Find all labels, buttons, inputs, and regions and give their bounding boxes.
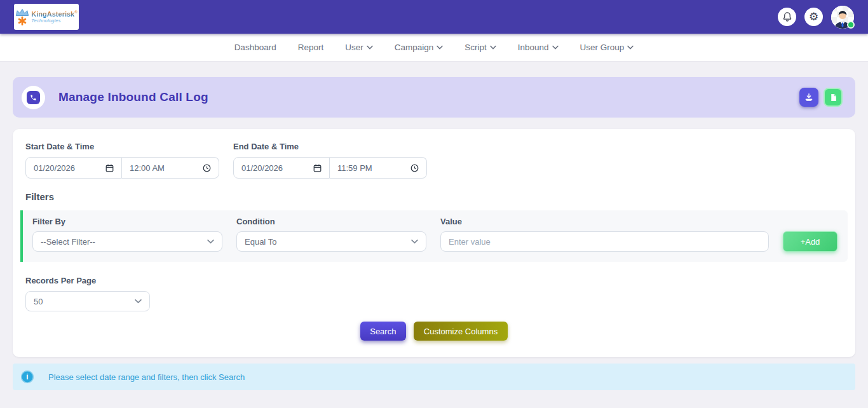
user-avatar[interactable] — [831, 6, 854, 29]
records-per-page-group: Records Per Page 50 — [25, 276, 843, 311]
condition-select[interactable]: Equal To — [236, 231, 426, 252]
crown-icon — [15, 8, 29, 17]
nav-item-user-group[interactable]: User Group — [580, 43, 634, 52]
page-title: Manage Inbound Call Log — [58, 90, 208, 104]
file-icon — [829, 93, 837, 102]
brand-name: KingAsterisk® — [31, 10, 77, 18]
page-icon-circle — [22, 86, 45, 109]
condition-label: Condition — [236, 217, 426, 226]
chevron-down-icon — [490, 45, 496, 50]
calendar-icon[interactable] — [313, 164, 322, 172]
top-header: KingAsterisk® Technologies ⚙ — [0, 0, 868, 34]
value-label: Value — [440, 217, 769, 226]
nav-item-user[interactable]: User — [345, 43, 373, 52]
chevron-down-icon — [411, 239, 418, 244]
start-time-input[interactable]: 12:00 AM — [122, 157, 219, 179]
clock-icon[interactable] — [203, 164, 211, 172]
filter-row: Filter By --Select Filter-- Condition Eq… — [20, 210, 848, 262]
end-datetime-group: End Date & Time 01/20/2026 11:59 PM — [233, 142, 427, 179]
chevron-down-icon — [627, 45, 634, 50]
info-icon: i — [21, 371, 34, 383]
online-status-dot — [847, 21, 855, 29]
page: KingAsterisk® Technologies ⚙ — [0, 0, 868, 408]
filters-heading: Filters — [25, 191, 843, 202]
customize-columns-button[interactable]: Customize Columns — [414, 322, 508, 341]
chevron-down-icon — [135, 299, 142, 304]
filter-by-group: Filter By --Select Filter-- — [32, 217, 222, 252]
asterisk-icon — [18, 17, 27, 25]
start-datetime-label: Start Date & Time — [25, 142, 219, 151]
download-button[interactable] — [799, 88, 818, 107]
nav-item-script[interactable]: Script — [465, 43, 496, 52]
add-filter-button[interactable]: +Add — [783, 231, 837, 252]
form-actions: Search Customize Columns — [25, 320, 843, 344]
value-input[interactable] — [440, 231, 769, 252]
header-actions: ⚙ — [778, 6, 854, 29]
calendar-icon[interactable] — [105, 164, 114, 172]
condition-group: Condition Equal To — [236, 217, 426, 252]
brand-subtitle: Technologies — [31, 18, 77, 24]
settings-button[interactable]: ⚙ — [804, 8, 823, 26]
search-form-card: Start Date & Time 01/20/2026 12:00 AM — [13, 129, 855, 357]
clock-icon[interactable] — [410, 164, 419, 172]
datetime-row: Start Date & Time 01/20/2026 12:00 AM — [25, 142, 843, 179]
info-message: Please select date range and filters, th… — [48, 372, 245, 382]
records-per-page-label: Records Per Page — [25, 276, 843, 285]
notifications-button[interactable] — [778, 8, 796, 26]
download-icon — [804, 93, 813, 102]
nav-item-inbound[interactable]: Inbound — [518, 43, 559, 52]
main-nav: Dashboard Report User Campaign Script In… — [0, 34, 868, 62]
nav-item-campaign[interactable]: Campaign — [395, 43, 444, 52]
start-datetime-group: Start Date & Time 01/20/2026 12:00 AM — [25, 142, 219, 179]
export-file-button[interactable] — [824, 88, 843, 107]
brand-logo[interactable]: KingAsterisk® Technologies — [14, 4, 79, 30]
bell-icon — [782, 11, 792, 22]
end-datetime-label: End Date & Time — [233, 142, 427, 151]
chevron-down-icon — [437, 45, 443, 50]
end-date-input[interactable]: 01/20/2026 — [233, 157, 330, 179]
search-button[interactable]: Search — [360, 322, 406, 341]
chevron-down-icon — [552, 45, 559, 50]
filter-by-label: Filter By — [32, 217, 222, 226]
start-date-input[interactable]: 01/20/2026 — [25, 157, 122, 179]
nav-item-report[interactable]: Report — [298, 43, 324, 52]
value-group: Value — [440, 217, 769, 252]
filter-by-select[interactable]: --Select Filter-- — [32, 231, 222, 252]
nav-item-dashboard[interactable]: Dashboard — [234, 43, 276, 52]
chevron-down-icon — [207, 239, 214, 244]
info-message-bar: i Please select date range and filters, … — [13, 364, 855, 390]
gear-icon: ⚙ — [809, 11, 818, 22]
chevron-down-icon — [367, 45, 373, 50]
content-area: Manage Inbound Call Log — [0, 62, 868, 390]
records-per-page-select[interactable]: 50 — [25, 291, 150, 311]
page-banner: Manage Inbound Call Log — [13, 77, 855, 118]
phone-icon — [30, 94, 37, 101]
end-time-input[interactable]: 11:59 PM — [330, 157, 427, 179]
